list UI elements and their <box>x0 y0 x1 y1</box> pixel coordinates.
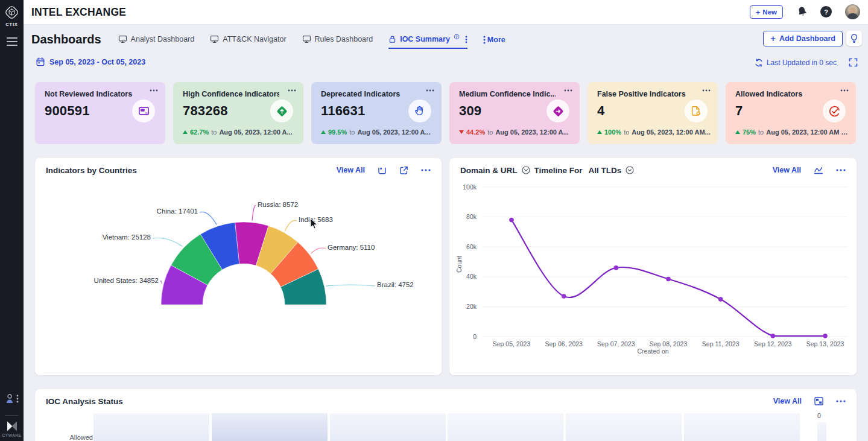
card-badge-icon <box>132 100 155 122</box>
intel-exchange-screen: CTIX CYWARE <box>0 0 868 441</box>
data-point[interactable] <box>562 294 566 299</box>
timeline-line-chart[interactable]: 020k40k60k80k100kSep 05, 2023Sep 06, 202… <box>449 176 857 351</box>
x-tick-label: Sep 13, 2023 <box>806 340 844 347</box>
check-circle-icon <box>823 100 846 122</box>
tab-ioc-summary[interactable]: IOC Summary ⓘ <box>388 35 467 49</box>
new-button[interactable]: + New <box>750 5 783 19</box>
file-false-icon <box>685 100 708 122</box>
data-point[interactable] <box>666 277 671 282</box>
timeline-title-domain: Domain & URL <box>460 166 518 175</box>
y-tick-label: 0 <box>473 333 477 340</box>
data-point[interactable] <box>509 218 514 223</box>
heatmap-cell[interactable]: 1 <box>330 413 446 441</box>
data-point[interactable] <box>614 265 619 270</box>
notifications-bell-icon[interactable] <box>797 6 808 17</box>
y-axis-title: Count <box>455 256 463 273</box>
tab-rules-dashboard[interactable]: Rules Dashboard <box>302 35 373 49</box>
add-dashboard-button[interactable]: + Add Dashboard <box>763 31 843 46</box>
tab-att-ck-navigator[interactable]: ATT&CK Navigator <box>210 35 286 49</box>
kebab-horizontal-icon[interactable] <box>702 89 711 92</box>
y-tick-label: 60k <box>466 243 477 250</box>
chevron-down-circle-icon[interactable] <box>522 166 530 174</box>
kebab-vertical-icon[interactable] <box>465 36 467 43</box>
cyware-logo-icon <box>5 421 19 431</box>
y-tick-label: 100k <box>463 183 477 191</box>
heatmap-cell[interactable]: 0 <box>448 413 563 441</box>
stat-card-value: 7 <box>735 103 743 119</box>
x-tick-label: Sep 05, 2023 <box>493 340 531 347</box>
info-badge: ⓘ <box>454 34 459 40</box>
kebab-horizontal-icon[interactable] <box>288 89 296 92</box>
app-title: INTEL EXCHANGE <box>31 6 126 19</box>
data-point[interactable] <box>823 334 828 338</box>
x-tick-label: Sep 08, 2023 <box>650 340 688 347</box>
tab-analyst-dashboard[interactable]: Analyst Dashboard <box>118 35 195 49</box>
heatmap-legend-label: 0 <box>817 412 821 419</box>
refresh-icon <box>755 59 763 67</box>
stat-card-delta: 44.2% to Aug 05, 2023, 12:00 A... <box>459 128 572 136</box>
ctix-cube-logo-icon[interactable] <box>4 5 19 20</box>
profile-kebab-icon[interactable] <box>16 395 19 403</box>
line-chart-icon[interactable] <box>814 166 823 174</box>
kebab-horizontal-icon[interactable] <box>836 400 846 402</box>
donut-callout <box>326 285 376 286</box>
stat-card-value: 900591 <box>45 103 90 119</box>
data-point[interactable] <box>771 334 776 338</box>
trend-up-icon <box>183 130 188 134</box>
heatmap-cell[interactable]: 4 <box>212 413 328 441</box>
stat-card-title: False Positive Indicators <box>597 90 694 98</box>
dashboards-header: Dashboards Analyst Dashboard ATT&CK Navi… <box>24 24 868 54</box>
kebab-horizontal-icon[interactable] <box>836 169 846 171</box>
heatmap-cell[interactable]: 1 <box>93 413 209 441</box>
x-tick-label: Sep 06, 2023 <box>545 340 583 347</box>
page-title: Dashboards <box>31 33 101 46</box>
indicators-by-countries-panel: Indicators by Countries View All <box>35 158 442 375</box>
heatmap-grid-icon[interactable] <box>814 397 823 405</box>
heatmap-legend-colorbar <box>817 422 826 441</box>
x-axis-title: Created on <box>449 347 857 355</box>
fullscreen-icon[interactable] <box>849 58 858 68</box>
dashboard-tabs: Analyst Dashboard ATT&CK Navigator Rules… <box>118 35 483 43</box>
countries-half-donut-chart <box>35 158 442 351</box>
y-tick-label: 20k <box>466 303 477 310</box>
trend-up-icon <box>321 130 326 134</box>
kebab-horizontal-icon[interactable] <box>426 89 434 92</box>
stat-card-5: Allowed Indicators 7 75% to Aug 05, 2023… <box>726 82 856 144</box>
plus-icon: + <box>770 33 776 43</box>
donut-callout <box>252 206 256 221</box>
stat-card-1: High Confidence Indicators 783268 62.7% … <box>173 82 303 144</box>
x-tick-label: Sep 12, 2023 <box>754 340 792 347</box>
kebab-horizontal-icon[interactable] <box>150 89 158 92</box>
help-icon[interactable]: ? <box>820 6 832 17</box>
user-avatar[interactable] <box>845 4 860 19</box>
cyware-label: CYWARE <box>0 433 24 437</box>
stat-card-title: Deprecated Indicators <box>321 90 417 98</box>
x-tick-label: Sep 07, 2023 <box>597 340 635 347</box>
timeline-tld-select[interactable]: All TLDs <box>589 166 622 175</box>
donut-callout <box>153 238 182 246</box>
profile-icon[interactable] <box>5 393 15 404</box>
hamburger-menu-icon[interactable] <box>7 37 17 46</box>
stat-card-delta: 100% to Aug 05, 2023, 12:00 AM... <box>597 128 711 136</box>
stat-card-delta: 75% to Aug 05, 2023, 12:00 AM - ... <box>735 128 849 136</box>
view-all-link[interactable]: View All <box>773 397 802 405</box>
heatmap-cell[interactable]: 0 <box>684 413 800 441</box>
kebab-horizontal-icon[interactable] <box>564 89 572 92</box>
date-range-picker[interactable]: Sep 05, 2023 - Oct 05, 2023 <box>36 57 145 66</box>
heatmap-cell[interactable]: 0 <box>566 413 682 441</box>
kebab-vertical-icon <box>483 36 486 44</box>
view-all-link[interactable]: View All <box>773 166 801 174</box>
data-point[interactable] <box>718 297 723 302</box>
lightbulb-button[interactable] <box>846 31 862 46</box>
kebab-horizontal-icon[interactable] <box>840 89 849 92</box>
last-updated-refresh[interactable]: Last Updated in 0 sec <box>755 59 837 67</box>
domain-url-timeline-panel: Domain & URL Timeline For All TLDs View … <box>449 158 857 375</box>
date-row: Sep 05, 2023 - Oct 05, 2023 Last Updated… <box>24 56 868 70</box>
stat-card-value: 116631 <box>321 103 365 119</box>
donut-callout <box>200 212 217 224</box>
donut-callout <box>285 220 297 231</box>
tab-more[interactable]: More <box>483 36 505 44</box>
chevron-down-circle-icon[interactable] <box>626 166 634 174</box>
stat-card-delta: 99.5% to Aug 05, 2023, 12:00 A... <box>321 128 434 136</box>
diamond-up-icon <box>270 100 293 122</box>
